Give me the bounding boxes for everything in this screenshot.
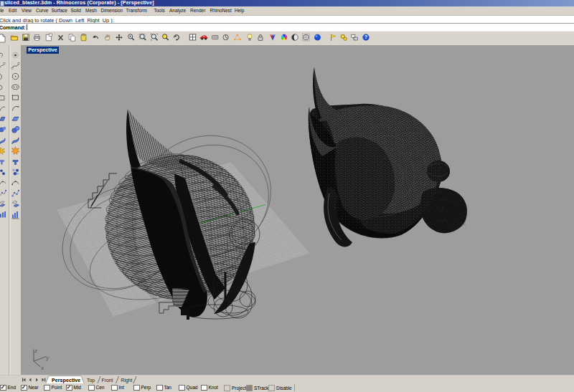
svg-text:x: x <box>41 365 44 371</box>
svg-text:Front: Front <box>102 378 113 383</box>
svg-text:z: z <box>34 348 38 353</box>
svg-text:Top: Top <box>87 378 95 383</box>
svg-text:?: ? <box>364 34 367 41</box>
svg-text:Perspective: Perspective <box>52 377 80 383</box>
svg-text:Right: Right <box>121 378 133 383</box>
svg-text:y: y <box>46 355 50 361</box>
